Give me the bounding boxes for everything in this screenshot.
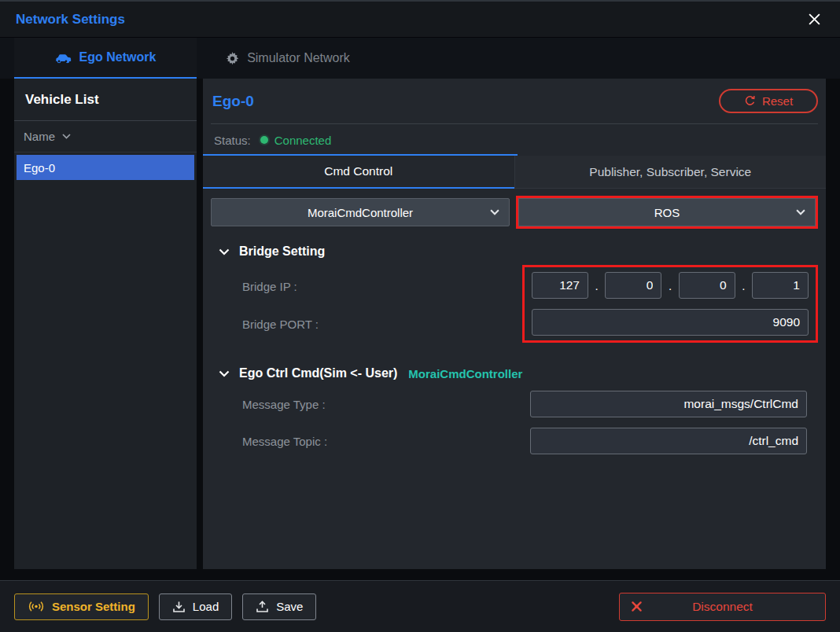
car-icon — [55, 52, 72, 64]
chevron-down-icon — [490, 209, 499, 215]
ego-ctrl-cmd-section-header[interactable]: Ego Ctrl Cmd(Sim <- User) MoraiCmdContro… — [211, 366, 818, 380]
protocol-dropdown-value: ROS — [654, 206, 680, 219]
message-topic-input[interactable] — [530, 428, 807, 454]
tab-ego-network-label: Ego Network — [79, 50, 157, 64]
ip-separator: . — [588, 279, 605, 292]
sensor-setting-button[interactable]: Sensor Setting — [14, 593, 149, 620]
sensor-signal-icon — [28, 601, 45, 612]
subtab-publisher-subscriber-service[interactable]: Publisher, Subscriber, Service — [514, 156, 827, 189]
disconnect-button[interactable]: Disconnect — [619, 593, 826, 621]
status-underline — [203, 154, 518, 156]
content-area: Vehicle List Name Ego-0 Ego-0 Reset — [0, 79, 840, 580]
status-row: Status: Connected — [203, 124, 826, 156]
bridge-setting-title: Bridge Setting — [239, 244, 325, 259]
collapse-chevron-icon — [219, 248, 230, 255]
bridge-ip-octet-3[interactable] — [679, 272, 735, 299]
bridge-setting-section-header[interactable]: Bridge Setting — [211, 244, 818, 259]
reset-button[interactable]: Reset — [719, 89, 818, 113]
status-connected-dot — [260, 136, 268, 144]
subtab-cmd-control[interactable]: Cmd Control — [203, 156, 514, 189]
name-header-label: Name — [24, 130, 55, 143]
ego-ctrl-controller-name: MoraiCmdController — [408, 367, 522, 380]
bridge-labels: Bridge IP : Bridge PORT : — [242, 265, 522, 343]
tab-simulator-network-label: Simulator Network — [247, 51, 350, 65]
load-button[interactable]: Load — [159, 593, 232, 620]
message-topic-row: Message Topic : — [211, 428, 818, 454]
tab-ego-network[interactable]: Ego Network — [14, 38, 197, 79]
bridge-settings: Bridge IP : Bridge PORT : . . . — [211, 265, 818, 343]
message-type-input[interactable] — [530, 391, 807, 417]
bridge-ip-octet-1[interactable] — [532, 272, 588, 299]
bridge-port-label: Bridge PORT : — [242, 305, 522, 343]
selected-vehicle-title: Ego-0 — [211, 93, 254, 110]
sensor-setting-label: Sensor Setting — [52, 600, 135, 613]
refresh-icon — [744, 95, 756, 107]
dropdown-row: MoraiCmdController ROS — [211, 196, 818, 229]
ip-separator: . — [661, 279, 678, 292]
vehicle-list-panel: Vehicle List Name Ego-0 — [14, 79, 197, 569]
controller-dropdown[interactable]: MoraiCmdController — [211, 198, 510, 226]
message-type-row: Message Type : — [211, 391, 818, 417]
network-tabs: Ego Network Simulator Network — [0, 38, 840, 79]
save-button[interactable]: Save — [242, 593, 316, 620]
chevron-down-icon — [796, 209, 805, 215]
vehicle-list-name-header[interactable]: Name — [14, 121, 197, 152]
load-label: Load — [193, 600, 219, 613]
ego-settings-panel: Ego-0 Reset Status: Connected Cmd Contro… — [203, 79, 826, 569]
vehicle-list-item-ego-0[interactable]: Ego-0 — [17, 155, 194, 180]
protocol-dropdown[interactable]: ROS — [518, 198, 816, 226]
gear-icon — [226, 52, 239, 65]
save-label: Save — [276, 600, 303, 613]
reset-button-label: Reset — [762, 94, 793, 108]
main-header: Ego-0 Reset — [211, 79, 818, 124]
message-topic-label: Message Topic : — [242, 428, 530, 454]
disconnect-icon — [630, 600, 643, 613]
upload-icon — [256, 601, 269, 613]
disconnect-label: Disconnect — [692, 600, 753, 614]
message-type-label: Message Type : — [242, 391, 530, 417]
control-subtabs: Cmd Control Publisher, Subscriber, Servi… — [203, 156, 826, 189]
controller-dropdown-value: MoraiCmdController — [308, 206, 413, 219]
bridge-ip-label: Bridge IP : — [242, 267, 522, 305]
close-icon — [808, 13, 821, 26]
bridge-ip-octet-4[interactable] — [752, 272, 809, 299]
ip-separator: . — [735, 279, 752, 292]
close-button[interactable] — [805, 9, 824, 29]
download-icon — [172, 601, 186, 613]
ego-ctrl-cmd-title: Ego Ctrl Cmd(Sim <- User) — [239, 366, 397, 380]
window-title: Network Settings — [16, 12, 125, 28]
highlight-box-bridge-fields: . . . — [522, 265, 818, 343]
bridge-port-input[interactable] — [532, 309, 809, 336]
highlight-box-protocol: ROS — [516, 196, 818, 229]
network-settings-window: Network Settings Ego Network Simulator N… — [0, 0, 840, 632]
chevron-down-icon — [62, 134, 71, 139]
bridge-ip-fields: . . . — [532, 272, 809, 299]
collapse-chevron-icon — [219, 370, 230, 377]
status-label: Status: — [214, 134, 251, 147]
bridge-ip-octet-2[interactable] — [605, 272, 661, 299]
titlebar: Network Settings — [0, 2, 840, 38]
status-value: Connected — [274, 134, 332, 147]
vehicle-list-title: Vehicle List — [14, 79, 197, 121]
tab-simulator-network[interactable]: Simulator Network — [197, 38, 379, 79]
footer-bar: Sensor Setting Load Save Disconnect — [0, 580, 840, 632]
